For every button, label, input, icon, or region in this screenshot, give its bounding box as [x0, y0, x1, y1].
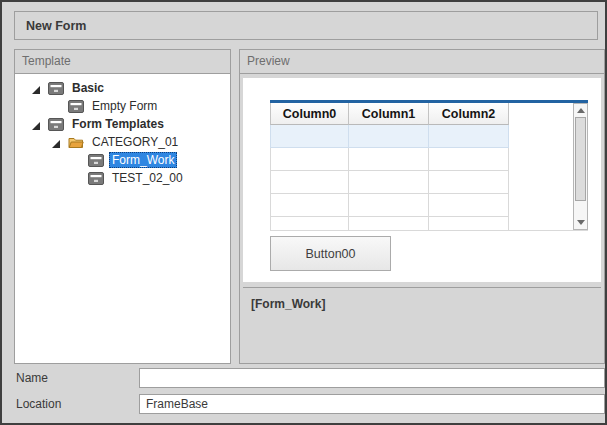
grid-cell	[429, 194, 509, 217]
tree-item-label: CATEGORY_01	[89, 134, 181, 150]
location-input[interactable]	[139, 394, 605, 414]
dialog-title-box: New Form	[14, 11, 598, 40]
grid-column-header: Column0	[270, 103, 349, 125]
template-description: [Form_Work]	[243, 287, 601, 360]
form-icon	[48, 82, 64, 95]
grid-cell	[429, 125, 509, 148]
tree-item-category-01[interactable]: CATEGORY_01	[15, 133, 230, 151]
tree-item-form-work[interactable]: Form_Work	[15, 151, 230, 169]
tree-item-label: Empty Form	[89, 98, 160, 114]
grid-row	[270, 217, 588, 231]
grid-cell	[429, 148, 509, 171]
form-icon	[88, 154, 104, 167]
preview-datagrid: Column0 Column1 Column2	[270, 100, 588, 231]
grid-cell	[349, 171, 429, 194]
grid-cell	[429, 171, 509, 194]
grid-cell	[270, 148, 349, 171]
tree-item-label: Basic	[69, 80, 107, 96]
grid-column-header: Column1	[349, 103, 429, 125]
form-icon	[48, 118, 64, 131]
form-icon	[68, 100, 84, 113]
grid-cell	[349, 194, 429, 217]
grid-cell	[270, 217, 349, 231]
tree-item-basic[interactable]: Basic	[15, 79, 230, 97]
expander-icon[interactable]	[32, 82, 48, 94]
template-panel-title: Template	[15, 50, 230, 74]
grid-row	[270, 171, 588, 194]
tree-item-label: Form_Work	[109, 152, 177, 168]
expander-icon[interactable]	[52, 136, 68, 148]
grid-row	[270, 148, 588, 171]
grid-cell	[349, 125, 429, 148]
form-icon	[88, 172, 104, 185]
grid-cell	[349, 217, 429, 231]
tree-item-label: TEST_02_00	[109, 170, 186, 186]
grid-cell	[429, 217, 509, 231]
scroll-up-icon[interactable]	[577, 108, 585, 113]
new-form-dialog: { "window": { "title": "New Form" }, "te…	[0, 0, 607, 425]
tree-item-test-02-00[interactable]: TEST_02_00	[15, 169, 230, 187]
tree-item-form-templates[interactable]: Form Templates	[15, 115, 230, 133]
preview-area: Column0 Column1 Column2	[240, 74, 604, 363]
datagrid-header-row: Column0 Column1 Column2	[270, 103, 588, 125]
grid-column-header: Column2	[429, 103, 509, 125]
scrollbar-thumb[interactable]	[575, 117, 586, 201]
tree-item-empty-form[interactable]: Empty Form	[15, 97, 230, 115]
vertical-scrollbar[interactable]	[573, 103, 588, 230]
grid-cell	[349, 148, 429, 171]
template-tree: Basic Empty Form Form Templates	[15, 74, 230, 363]
preview-button00[interactable]: Button00	[270, 236, 391, 271]
grid-cell	[270, 194, 349, 217]
grid-cell	[270, 125, 349, 148]
dialog-title: New Form	[26, 19, 86, 33]
name-input[interactable]	[139, 368, 605, 388]
grid-cell	[270, 171, 349, 194]
location-label: Location	[16, 394, 61, 414]
folder-icon	[68, 136, 84, 149]
grid-row	[270, 194, 588, 217]
expander-icon[interactable]	[32, 118, 48, 130]
grid-row	[270, 125, 588, 148]
template-panel: Template Basic Empty Form	[14, 49, 231, 364]
tree-item-label: Form Templates	[69, 116, 167, 132]
preview-canvas: Column0 Column1 Column2	[243, 78, 601, 282]
scroll-down-icon[interactable]	[577, 220, 585, 225]
preview-panel-title: Preview	[240, 50, 604, 74]
preview-panel: Preview Column0 Column1 Column2	[239, 49, 605, 364]
name-label: Name	[16, 368, 48, 388]
